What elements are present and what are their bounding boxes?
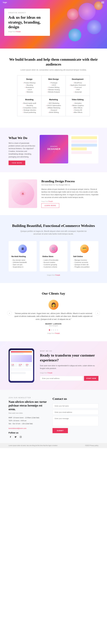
newsletter-label: JOIN OUR NEWSLETTER (8, 397, 47, 398)
bubble-2 (67, 8, 78, 20)
service-branding-list: Brand equity audit Branding Competitive … (20, 102, 38, 114)
service-item: SEO Marketing (44, 102, 62, 104)
service-item: Website Analysis (44, 91, 62, 93)
navbar: logo (0, 0, 107, 5)
service-webdesign: Web Design Prototype UI/UX Content Writi… (41, 75, 66, 96)
service-item: After Effects (68, 106, 87, 109)
privacy-policy[interactable]: ©2023 Privacy policy (85, 445, 98, 446)
ecommerce-section: Building Beautiful, Functional eCommerce… (0, 215, 107, 283)
footer-email[interactable]: loremidolorsit@orem.com (8, 428, 47, 429)
what-we-do-text: What We Do We're a team of passionate pr… (8, 135, 36, 165)
phone-bar (11, 351, 32, 352)
contact-submit-button[interactable]: SUBMIT (52, 428, 68, 433)
dot-5[interactable] (57, 330, 58, 330)
hero-credit-link[interactable]: Freepik (16, 31, 20, 32)
service-item: WordPress (68, 82, 87, 84)
note-blue (71, 144, 97, 146)
note-yellow (71, 136, 97, 139)
phone-bar-sm (11, 353, 24, 354)
facebook-icon[interactable] (8, 435, 12, 439)
twitter-icon[interactable] (14, 435, 18, 439)
bubble-3 (87, 20, 101, 34)
cta-label: WHAT WE DO (40, 350, 98, 352)
sell-item: Quisque id dolor elit (73, 264, 96, 266)
ecommerce-credit-link[interactable]: Freepik (55, 274, 60, 276)
phone-stat-sales: +5.7k Sales (18, 363, 25, 367)
footer-newsletter: JOIN OUR NEWSLETTER Nam ultrices ultrice… (8, 397, 47, 439)
service-item: Branding (20, 104, 38, 106)
store-title: Online Store (42, 255, 65, 258)
dot-1[interactable] (49, 330, 50, 330)
branding-desc: Macius ultries id quis hendrerit. At ut … (41, 188, 98, 208)
cta-email-input[interactable] (40, 376, 83, 381)
service-item: Content Writing (44, 86, 62, 88)
service-item: Branding (20, 84, 38, 86)
cta-credit-link[interactable]: Freepik (48, 372, 52, 374)
contact-email-input[interactable] (52, 410, 98, 415)
testimonial-next[interactable]: › (95, 311, 100, 316)
testimonial-container: 👩 "Aenean pulvinar dui urnam. Augue lore… (14, 300, 94, 326)
testimonial-prev[interactable]: ‹ (7, 311, 12, 316)
contact-name-input[interactable] (52, 404, 98, 408)
service-item: Websites (20, 91, 38, 93)
service-item: Animation (68, 102, 87, 104)
service-item: Affiliate Marketing (44, 106, 62, 109)
sell-item: Customer accounts (73, 261, 96, 264)
social-icons (8, 435, 47, 439)
dot-4[interactable] (55, 330, 56, 330)
hosting-item: Unlimited bandwidth (12, 261, 34, 264)
dot-3[interactable] (53, 330, 54, 330)
view-more-button[interactable]: VIEW MORE (8, 160, 25, 165)
contact-heading: Contact us (52, 397, 98, 401)
sell-icon: 💳 (80, 244, 89, 253)
bottom-bar-text: Lorem ipsum dolor sit amet, has one thin… (8, 445, 58, 446)
sell-title: Sell Online (73, 255, 96, 258)
branding-credit-link[interactable]: Freepik (48, 200, 53, 202)
learn-more-button[interactable]: LEARN MORE (41, 203, 59, 208)
branding-section: 🌸 Branding Design Process Get Great Work… (0, 172, 107, 215)
phone-stat-rate: 97% Rate (25, 363, 32, 367)
service-video-title: Video Editing (68, 98, 87, 100)
contact-message-input[interactable] (52, 416, 98, 426)
service-dev-list: WordPress Application Devlonent Front-en… (68, 82, 87, 93)
hero-title: Ask us for ideas on strategy, branding, … (8, 15, 46, 30)
hamburger-menu[interactable] (101, 2, 104, 3)
phone-stats: 1.1k Users +5.7k Sales 97% Rate (11, 363, 32, 367)
hosting-icon: 🖥 (18, 244, 27, 253)
hosting-item: Open set quis (12, 264, 34, 266)
what-we-do-heading: What We Do (8, 136, 36, 140)
hosting-title: No-limit Hosting (12, 255, 34, 258)
testimonial-quote: "Aenean pulvinar dui urnam. Augue lorem … (14, 312, 94, 321)
cta-content: WHAT WE DO Ready to transform your custo… (40, 350, 98, 381)
service-item: After Effects (68, 111, 87, 114)
service-dev: Development WordPress Application Devlon… (66, 75, 90, 96)
service-item: PHP (68, 88, 87, 91)
service-item: UI/UX (44, 84, 62, 86)
note-yellow2 (71, 148, 87, 150)
ecommerce-card-hosting: 🖥 No-limit Hosting Any domain name Unlim… (8, 241, 37, 272)
note-pink2 (71, 151, 92, 154)
service-marketing-list: SEO Marketing UX/UX Optimization Affilia… (44, 102, 62, 114)
cta-start-button[interactable]: START NOW (84, 376, 98, 381)
service-video-list: Animation Motion Graphics After Effects … (68, 102, 87, 114)
instagram-icon[interactable] (19, 435, 22, 439)
service-dev-title: Development (68, 78, 87, 80)
testimonial-avatar: 👩 (48, 300, 58, 310)
service-branding-title: Branding (20, 98, 38, 100)
branding-sub: Get Great Work For Your Budget With Us (41, 184, 98, 186)
service-item: Prototype (44, 82, 62, 84)
service-marketing: Marketing SEO Marketing UX/UX Optimizati… (41, 96, 66, 116)
service-design-list: Product Mockup Branding Illustrations UI… (20, 82, 38, 93)
testimonial-role: Web Designer (14, 325, 94, 326)
testimonials-section: Our Clients Say ‹ 👩 "Aenean pulvinar dui… (0, 283, 107, 341)
branding-body: Macius ultries id quis hendrerit. At ut … (41, 188, 98, 199)
service-item: Application Devlonent (68, 84, 87, 86)
branding-credit: Image from Freepik (41, 200, 98, 202)
branding-image: 🌸 (8, 180, 37, 208)
cta-phone: 1.1k Users +5.7k Sales 97% Rate (8, 348, 34, 383)
testimonial-credit-link[interactable]: Freepik (55, 332, 60, 334)
testimonial-credit: Image from Freepik (8, 332, 98, 334)
service-webdesign-list: Prototype UI/UX Content Writing Website … (44, 82, 62, 93)
dot-2[interactable] (51, 330, 52, 330)
sell-item: Prisgilla uma partition (73, 266, 96, 268)
